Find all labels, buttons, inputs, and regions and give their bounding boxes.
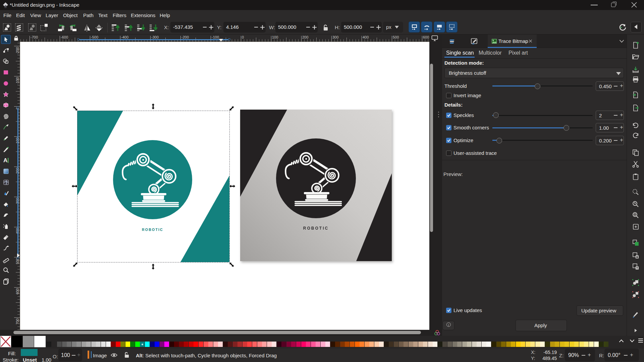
svg-text:ROBOTIC: ROBOTIC xyxy=(303,226,329,231)
svg-text:A: A xyxy=(3,157,7,164)
